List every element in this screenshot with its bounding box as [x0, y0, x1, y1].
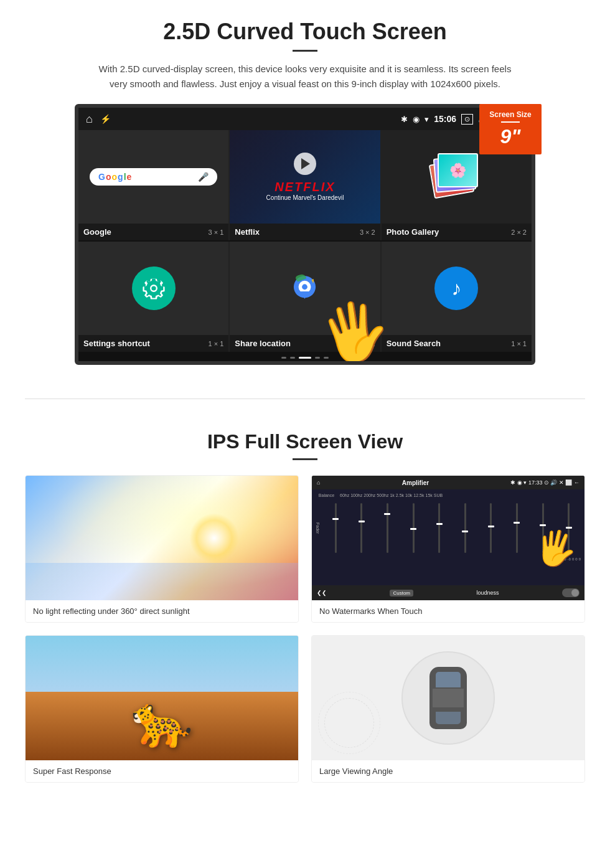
google-size: 3 × 1	[209, 229, 224, 236]
settings-label: Settings shortcut	[83, 339, 150, 348]
app-cell-google[interactable]: G o o g l e 🎤 Google 3 × 1	[78, 130, 228, 240]
netflix-content: NETFLIX Continue Marvel's Daredevil	[230, 153, 380, 201]
feature-cheetah: 🐆 Super Fast Response	[25, 635, 299, 783]
eq-home-icon: ⌂	[317, 479, 320, 486]
sound-icon-wrap: ♪	[434, 267, 478, 310]
settings-size: 1 × 1	[209, 340, 224, 347]
netflix-subtitle: Continue Marvel's Daredevil	[266, 194, 344, 201]
gallery-label: Photo Gallery	[387, 227, 439, 237]
cheetah-caption: Super Fast Response	[26, 760, 298, 782]
badge-title: Screen Size	[484, 110, 537, 119]
settings-app-inner	[78, 242, 228, 335]
screen-badge: Screen Size 9"	[479, 104, 542, 154]
g-letter-g2: g	[118, 172, 123, 182]
sunlight-image	[26, 476, 298, 600]
google-label: Google	[83, 227, 111, 237]
feature-grid: No light reflecting under 360° direct su…	[25, 475, 585, 783]
eq-bottom-bar: ❮❮ Custom loudness	[312, 585, 584, 600]
app-grid-row1: G o o g l e 🎤 Google 3 × 1	[78, 130, 532, 240]
netflix-size: 3 × 2	[360, 229, 375, 236]
sound-app-inner: ♪	[382, 242, 532, 335]
play-triangle-icon	[301, 158, 310, 169]
gallery-size: 2 × 2	[511, 229, 527, 236]
share-label: Share location	[235, 339, 291, 348]
netflix-play-button[interactable]	[294, 153, 316, 175]
cheetah-icon: 🐆	[131, 692, 193, 751]
feature-sunlight: No light reflecting under 360° direct su…	[25, 475, 299, 623]
section2-title: IPS Full Screen View	[25, 430, 585, 453]
g-letter-l: l	[124, 172, 126, 182]
g-letter-g: G	[98, 172, 105, 182]
dot-1	[281, 357, 286, 359]
dot-2	[290, 357, 295, 359]
google-search-bar[interactable]: G o o g l e 🎤	[90, 168, 217, 186]
equalizer-caption: No Watermarks When Touch	[312, 600, 584, 622]
section-ips: IPS Full Screen View No light reflecting…	[0, 418, 610, 801]
netflix-logo: NETFLIX	[266, 180, 344, 194]
equalizer-image: ⌂ Amplifier ✱ ◉ ▾ 17:33 ⊙ 🔊 ✕ ⬜ ← Balanc…	[312, 476, 584, 600]
feature-car: Large Viewing Angle	[311, 635, 585, 783]
eq-loudness-label: loudness	[477, 590, 499, 596]
g-letter-e: e	[127, 172, 132, 182]
section-curved-screen: 2.5D Curved Touch Screen With 2.5D curve…	[0, 0, 610, 380]
google-mic-icon[interactable]: 🎤	[198, 172, 209, 182]
location-icon: ◉	[413, 115, 420, 124]
app-cell-share[interactable]: 🖐 Share location 1 × 1	[230, 242, 380, 352]
status-time: 15:06	[434, 114, 456, 124]
sound-size: 1 × 1	[511, 340, 527, 347]
netflix-label-row: Netflix 3 × 2	[230, 224, 380, 240]
netflix-app-inner: NETFLIX Continue Marvel's Daredevil	[230, 130, 380, 224]
app-cell-netflix[interactable]: NETFLIX Continue Marvel's Daredevil Netf…	[230, 130, 380, 240]
section1-description: With 2.5D curved-display screen, this de…	[93, 62, 517, 92]
share-label-row: Share location 1 × 1	[230, 335, 380, 352]
wifi-icon: ▾	[425, 115, 429, 124]
settings-icon-wrap	[132, 267, 176, 310]
google-label-row: Google 3 × 1	[78, 224, 228, 240]
bluetooth-icon: ✱	[401, 115, 408, 124]
cheetah-image: 🐆	[26, 636, 298, 760]
eq-toggle[interactable]	[562, 588, 580, 597]
eq-custom-btn[interactable]: Custom	[390, 590, 413, 597]
google-app-inner: G o o g l e 🎤	[78, 130, 228, 224]
gallery-stack: 🌸	[431, 152, 481, 202]
share-size: 1 × 1	[360, 340, 375, 347]
status-bar: ⌂ ⚡ ✱ ◉ ▾ 15:06 ⊙ 🔊 ✕ ⬜	[78, 108, 532, 130]
pagination-dots	[78, 352, 532, 361]
gallery-card-3: 🌸	[438, 153, 478, 187]
share-app-inner: 🖐	[230, 242, 380, 335]
gallery-label-row: Photo Gallery 2 × 2	[382, 224, 532, 240]
badge-size: 9"	[484, 125, 537, 148]
car-caption: Large Viewing Angle	[312, 760, 584, 782]
sound-label: Sound Search	[387, 339, 441, 348]
eq-statusbar: ⌂ Amplifier ✱ ◉ ▾ 17:33 ⊙ 🔊 ✕ ⬜ ←	[312, 476, 584, 489]
dot-5	[324, 357, 329, 359]
dot-4	[315, 357, 320, 359]
eq-icons: ✱ ◉ ▾ 17:33 ⊙ 🔊 ✕ ⬜ ←	[510, 479, 580, 486]
badge-divider	[501, 121, 520, 123]
car-circle	[401, 651, 495, 745]
app-grid-row2: Settings shortcut 1 × 1	[78, 242, 532, 352]
section1-divider	[293, 50, 317, 52]
app-cell-settings[interactable]: Settings shortcut 1 × 1	[78, 242, 228, 352]
maps-icon	[288, 271, 322, 306]
netflix-label: Netflix	[235, 227, 260, 237]
status-bar-left: ⌂ ⚡	[86, 113, 111, 126]
sound-label-row: Sound Search 1 × 1	[382, 335, 532, 352]
sunlight-caption: No light reflecting under 360° direct su…	[26, 600, 298, 622]
app-cell-sound[interactable]: ♪ Sound Search 1 × 1	[382, 242, 532, 352]
eq-app-name: Amplifier	[402, 479, 429, 486]
dot-3-active	[299, 357, 311, 359]
device-screen: ⌂ ⚡ ✱ ◉ ▾ 15:06 ⊙ 🔊 ✕ ⬜	[75, 104, 535, 365]
svg-point-2	[303, 284, 308, 290]
music-note-icon: ♪	[451, 277, 461, 300]
feature-equalizer: ⌂ Amplifier ✱ ◉ ▾ 17:33 ⊙ 🔊 ✕ ⬜ ← Balanc…	[311, 475, 585, 623]
camera-icon[interactable]: ⊙	[461, 114, 473, 125]
settings-label-row: Settings shortcut 1 × 1	[78, 335, 228, 352]
device-mockup: Screen Size 9" ⌂ ⚡ ✱ ◉ ▾ 15:06 ⊙ 🔊 ✕	[75, 104, 535, 365]
section-divider	[25, 399, 585, 399]
section1-title: 2.5D Curved Touch Screen	[25, 19, 585, 45]
netflix-text: NETFLIX Continue Marvel's Daredevil	[266, 180, 344, 201]
gear-icon	[141, 276, 166, 301]
home-icon[interactable]: ⌂	[86, 113, 93, 126]
car-image	[312, 636, 584, 760]
